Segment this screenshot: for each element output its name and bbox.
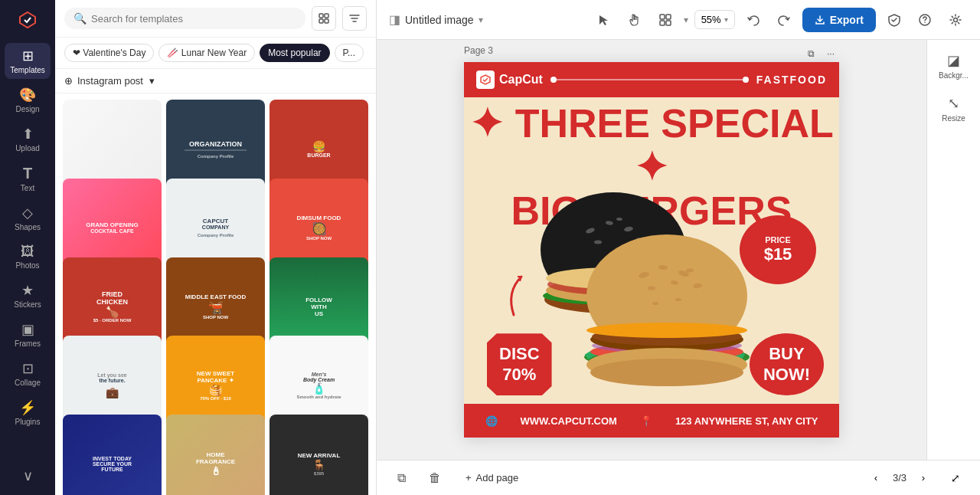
- search-bar: 🔍: [55, 0, 376, 38]
- page-label-text: Page 3: [464, 45, 493, 56]
- poster-category: FASTFOOD: [756, 74, 827, 86]
- sidebar-item-photos[interactable]: 🖼 Photos: [5, 239, 51, 274]
- resize-label: Resize: [942, 114, 965, 123]
- add-page-button[interactable]: + Add page: [456, 467, 528, 488]
- sidebar-item-templates[interactable]: ⊞ Templates: [5, 43, 51, 79]
- sidebar-item-shapes[interactable]: ◇ Shapes: [5, 200, 51, 236]
- poster-website-icon: 🌐: [485, 415, 498, 427]
- svg-rect-2: [319, 19, 323, 23]
- svg-rect-5: [666, 15, 671, 19]
- background-icon: ◪: [947, 52, 960, 69]
- shield-button[interactable]: [882, 8, 906, 32]
- frames-icon: ▣: [21, 321, 34, 338]
- svg-point-28: [648, 287, 655, 290]
- zoom-value: 55%: [701, 14, 721, 25]
- template-card[interactable]: INVEST TODAY SECURE YOUR FUTURE: [63, 415, 162, 495]
- poster-line: [550, 79, 749, 80]
- category-p[interactable]: P...: [335, 44, 364, 62]
- page-navigation: ‹ 3/3 ›: [865, 467, 934, 489]
- svg-rect-4: [660, 15, 665, 19]
- left-sidebar: ⊞ Templates 🎨 Design ⬆ Upload T Text ◇ S…: [0, 0, 55, 495]
- sidebar-item-stickers[interactable]: ★ Stickers: [5, 277, 51, 313]
- toolbar-tools: ▾ 55% ▾: [592, 8, 968, 32]
- sidebar-collapse[interactable]: ∨: [5, 463, 51, 489]
- main-area: ◨ Untitled image ▾: [377, 0, 980, 495]
- templates-panel: 🔍 ❤ Valentine's Day 🥢 Lunar New Year Mos…: [55, 0, 377, 495]
- svg-rect-6: [660, 21, 665, 25]
- category-lunar[interactable]: 🥢 Lunar New Year: [158, 44, 255, 62]
- sidebar-item-collage[interactable]: ⊡ Collage: [5, 356, 51, 392]
- layout-tool-button[interactable]: [653, 8, 678, 32]
- redo-button[interactable]: [772, 8, 796, 32]
- search-input[interactable]: [91, 13, 296, 25]
- file-icon: ◨: [389, 12, 400, 27]
- poster-price-label: PRICE: [765, 235, 791, 244]
- svg-point-38: [586, 323, 747, 338]
- upload-icon: ⬆: [22, 126, 34, 143]
- svg-rect-0: [319, 14, 323, 18]
- add-page-icon: +: [466, 472, 472, 484]
- undo-button[interactable]: [741, 8, 766, 32]
- resize-panel-item[interactable]: ⤡ Resize: [931, 89, 977, 129]
- expand-button[interactable]: ⤢: [943, 466, 968, 490]
- sidebar-item-frames[interactable]: ▣ Frames: [5, 316, 51, 352]
- poster-address-icon: 📍: [640, 415, 652, 427]
- instagram-chevron-icon: ▾: [149, 75, 155, 87]
- template-card[interactable]: NEW ARRIVAL 🪑 $395: [270, 415, 368, 495]
- poster-disc-value: 70%: [499, 365, 540, 385]
- right-panel: ◪ Backgr... ⤡ Resize: [926, 40, 980, 460]
- select-tool-button[interactable]: [592, 8, 616, 32]
- poster-buy-label: BUY: [763, 344, 810, 364]
- file-info[interactable]: ◨ Untitled image ▾: [389, 12, 483, 27]
- sidebar-item-text[interactable]: T Text: [5, 160, 51, 197]
- sidebar-item-upload[interactable]: ⬆ Upload: [5, 121, 51, 157]
- export-button[interactable]: Export: [802, 8, 876, 32]
- copy-page-button[interactable]: ⧉: [389, 466, 413, 490]
- svg-point-9: [924, 21, 926, 23]
- help-button[interactable]: [913, 8, 937, 32]
- burger-poster: CapCut FASTFOOD ✦ THREE SPECIAL ✦: [464, 62, 839, 438]
- canvas-area[interactable]: Page 3 ⧉ ···: [377, 40, 926, 460]
- plugins-icon: ⚡: [19, 399, 36, 416]
- poster-price-value: $15: [764, 244, 792, 264]
- instagram-icon: ⊕: [64, 75, 73, 87]
- app-logo: [14, 6, 41, 34]
- background-label: Backgr...: [939, 71, 969, 80]
- svg-rect-7: [666, 21, 671, 25]
- poster-disc-label: DISC: [499, 344, 540, 364]
- background-panel-item[interactable]: ◪ Backgr...: [931, 46, 977, 86]
- next-page-button[interactable]: ›: [913, 467, 934, 489]
- instagram-filter[interactable]: ⊕ Instagram post ▾: [55, 69, 376, 93]
- sidebar-item-plugins[interactable]: ⚡ Plugins: [5, 395, 51, 431]
- poster-disc-badge: DISC 70%: [487, 333, 552, 395]
- file-chevron-icon: ▾: [479, 15, 483, 25]
- hand-tool-button[interactable]: [622, 8, 647, 32]
- poster-logo-icon: [476, 70, 495, 89]
- design-icon: 🎨: [19, 87, 36, 103]
- page-indicator: 3/3: [893, 472, 906, 484]
- poster-price-badge: PRICE $15: [740, 215, 816, 284]
- delete-page-button[interactable]: 🗑: [423, 466, 447, 490]
- add-page-label: Add page: [476, 472, 519, 484]
- svg-point-40: [590, 359, 743, 386]
- prev-page-button[interactable]: ‹: [865, 467, 887, 489]
- filter-button[interactable]: [342, 6, 367, 31]
- poster-logo: CapCut: [476, 70, 543, 89]
- svg-rect-3: [325, 19, 328, 23]
- page-label: Page 3: [464, 45, 493, 56]
- template-grid: ORGANIZATION Company Profile 🍔 BURGER GR…: [55, 93, 376, 495]
- collage-icon: ⊡: [22, 360, 34, 377]
- settings-button[interactable]: [943, 8, 968, 32]
- svg-point-32: [675, 298, 681, 301]
- magic-search-button[interactable]: [312, 6, 336, 31]
- sidebar-item-design[interactable]: 🎨 Design: [5, 82, 51, 118]
- page-copy-button[interactable]: ⧉: [802, 45, 819, 62]
- file-title: Untitled image: [405, 14, 474, 26]
- category-popular[interactable]: Most popular: [260, 44, 329, 62]
- category-valentines[interactable]: ❤ Valentine's Day: [64, 44, 154, 62]
- template-card[interactable]: HOME FRAGRANCE 🕯: [166, 415, 265, 495]
- page-more-button[interactable]: ···: [822, 45, 839, 62]
- photos-icon: 🖼: [21, 244, 34, 260]
- canvas-container: Page 3 ⧉ ···: [464, 62, 839, 438]
- zoom-selector[interactable]: 55% ▾: [694, 10, 735, 29]
